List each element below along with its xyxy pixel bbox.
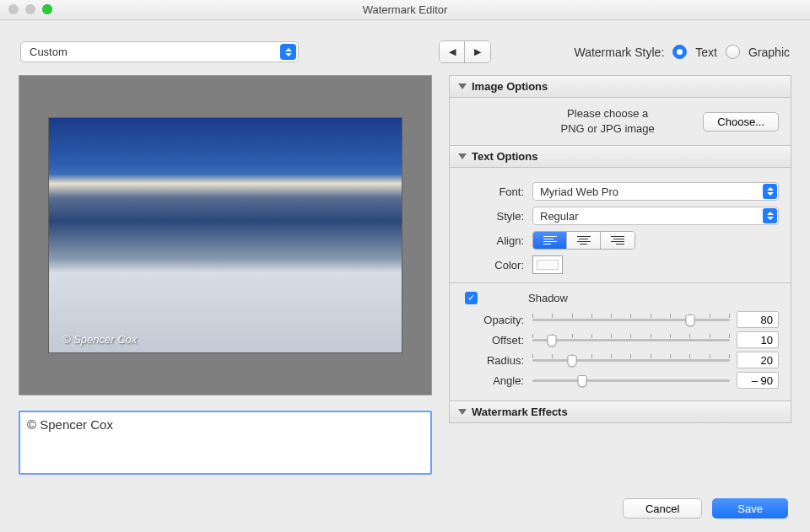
- title-bar: Watermark Editor: [0, 0, 810, 20]
- zoom-window-icon[interactable]: [42, 4, 52, 14]
- align-right-button[interactable]: [601, 232, 634, 249]
- panel-header-image-options[interactable]: Image Options: [450, 76, 791, 98]
- watermark-text-input[interactable]: [19, 411, 432, 475]
- save-button[interactable]: Save: [712, 498, 788, 519]
- opacity-slider[interactable]: [532, 311, 730, 328]
- left-column: © Spencer Cox: [19, 75, 432, 477]
- triangle-right-icon: ▶: [474, 46, 481, 57]
- prev-image-button[interactable]: ◀: [440, 41, 465, 62]
- font-style-select[interactable]: Regular: [532, 207, 779, 225]
- offset-label: Offset:: [462, 334, 524, 347]
- window-controls: [8, 4, 52, 14]
- align-left-button[interactable]: [533, 232, 567, 249]
- image-hint: Please choose a PNG or JPG image: [462, 106, 686, 137]
- disclosure-triangle-icon: [458, 153, 467, 159]
- right-column: Image Options Please choose a PNG or JPG…: [449, 75, 791, 477]
- color-well[interactable]: [532, 255, 563, 274]
- triangle-left-icon: ◀: [449, 46, 456, 57]
- panel-header-text-options[interactable]: Text Options: [450, 146, 791, 168]
- shadow-checkbox[interactable]: ✓: [465, 292, 478, 304]
- top-row: Custom ◀ ▶ Watermark Style: Text Graphic: [0, 20, 810, 75]
- radio-text-label: Text: [695, 46, 717, 59]
- panel-header-watermark-effects[interactable]: Watermark Effects: [450, 401, 791, 422]
- stepper-updown-icon[interactable]: [763, 208, 777, 223]
- panel-body-text-options: Font: Myriad Web Pro Style: Regular Alig…: [450, 168, 791, 401]
- font-label: Font:: [462, 185, 524, 198]
- style-value: Regular: [540, 210, 579, 223]
- close-window-icon[interactable]: [8, 4, 19, 14]
- footer: Cancel Save: [0, 485, 810, 532]
- radio-text[interactable]: [672, 45, 687, 59]
- cancel-button[interactable]: Cancel: [623, 498, 702, 519]
- font-select[interactable]: Myriad Web Pro: [532, 182, 779, 201]
- opacity-field[interactable]: [737, 311, 779, 328]
- stepper-updown-icon[interactable]: [763, 184, 777, 199]
- disclosure-triangle-icon: [458, 409, 467, 415]
- choose-image-button[interactable]: Choose...: [703, 112, 779, 132]
- preset-select[interactable]: Custom: [20, 41, 299, 62]
- offset-field[interactable]: [737, 331, 779, 348]
- watermark-style-group: Watermark Style: Text Graphic: [574, 45, 790, 59]
- preview-canvas: © Spencer Cox: [19, 75, 432, 395]
- radio-graphic[interactable]: [726, 45, 740, 59]
- next-image-button[interactable]: ▶: [465, 41, 490, 62]
- angle-label: Angle:: [462, 374, 524, 387]
- panel-body-image-options: Please choose a PNG or JPG image Choose.…: [450, 98, 791, 146]
- watermark-style-label: Watermark Style:: [574, 46, 664, 59]
- align-center-button[interactable]: [567, 232, 601, 249]
- window-title: Watermark Editor: [363, 3, 448, 16]
- radio-graphic-label: Graphic: [748, 46, 790, 59]
- offset-slider[interactable]: [532, 331, 730, 348]
- radius-label: Radius:: [462, 354, 524, 367]
- watermark-preview-text: © Spencer Cox: [62, 333, 137, 346]
- opacity-label: Opacity:: [462, 314, 524, 326]
- minimize-window-icon[interactable]: [25, 4, 35, 14]
- stepper-updown-icon[interactable]: [280, 44, 296, 60]
- style-label: Style:: [462, 210, 524, 223]
- panel-title: Image Options: [472, 80, 548, 93]
- panels: Image Options Please choose a PNG or JPG…: [449, 75, 791, 423]
- shadow-label: Shadow: [528, 292, 568, 304]
- radius-field[interactable]: [737, 352, 779, 368]
- disclosure-triangle-icon: [458, 83, 467, 89]
- angle-slider[interactable]: [532, 372, 730, 389]
- main-area: © Spencer Cox Image Options Please choos…: [0, 75, 810, 477]
- preset-value: Custom: [30, 46, 68, 58]
- font-value: Myriad Web Pro: [540, 185, 618, 198]
- align-segmented: [532, 231, 635, 250]
- preview-image: © Spencer Cox: [48, 117, 402, 353]
- divider: [450, 282, 791, 283]
- preview-nav: ◀ ▶: [439, 40, 491, 63]
- angle-field[interactable]: [737, 372, 779, 389]
- radius-slider[interactable]: [532, 352, 730, 368]
- color-label: Color:: [462, 259, 524, 271]
- align-label: Align:: [462, 234, 524, 247]
- panel-title: Text Options: [472, 150, 537, 163]
- panel-title: Watermark Effects: [472, 406, 568, 418]
